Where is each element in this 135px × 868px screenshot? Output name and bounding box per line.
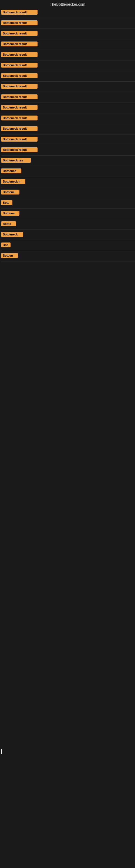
result-row: Bottleneck result [1,61,135,71]
bottleneck-result-badge[interactable]: Bottleneck result [1,73,38,78]
bottleneck-result-badge[interactable]: Bottleneck result [1,63,38,67]
result-row: Bottlene [1,209,135,219]
result-row: Bottleneck result [1,71,135,82]
result-row: Bottleneck result [1,8,135,18]
bottleneck-result-badge[interactable]: Bottlen [1,253,18,258]
site-name: TheBottlenecker.com [50,2,85,6]
result-row: Bottleneck result [1,145,135,156]
bottleneck-result-badge[interactable]: Bottleneck r [1,179,26,184]
bottleneck-result-badge[interactable]: Bottleneck res [1,158,31,163]
result-row: Bottleneck res [1,156,135,166]
result-row: Bottleneck [1,230,135,240]
bottleneck-result-badge[interactable]: Bottlene [1,211,19,216]
site-header: TheBottlenecker.com [0,0,135,8]
result-row: Bottleneck result [1,18,135,29]
results-container: Bottleneck resultBottleneck resultBottle… [0,8,135,261]
bottleneck-result-badge[interactable]: Bottleneck result [1,105,38,110]
result-row: Bottleneck result [1,103,135,113]
bottleneck-result-badge[interactable]: Bot [1,243,10,247]
bottleneck-result-badge[interactable]: Bott [1,200,12,205]
result-row: Bottleneck result [1,39,135,50]
bottleneck-result-badge[interactable]: Bottleneck result [1,52,38,57]
result-row: Bottlen [1,251,135,261]
result-row: Bottleneck result [1,134,135,145]
result-row: Bottleneck result [1,82,135,92]
result-row: Bot [1,240,135,251]
result-row: Bottleneck result [1,29,135,39]
bottleneck-result-badge[interactable]: Bottleneck result [1,84,38,89]
bottleneck-result-badge[interactable]: Bottleneck result [1,41,38,46]
result-row: Bottlenec [1,166,135,177]
bottleneck-result-badge[interactable]: Bottleneck result [1,147,38,152]
result-row: Bottleneck result [1,50,135,61]
result-row: Bottleneck result [1,124,135,134]
result-row: Bottleneck result [1,92,135,103]
bottleneck-result-badge[interactable]: Bottleneck result [1,137,38,142]
result-row: Bottleneck result [1,113,135,124]
bottleneck-result-badge[interactable]: Bottleneck result [1,31,38,36]
bottleneck-result-badge[interactable]: Bottlene [1,190,19,194]
bottleneck-result-badge[interactable]: Bottleneck result [1,116,38,120]
bottleneck-result-badge[interactable]: Bottleneck result [1,126,38,131]
bottleneck-result-badge[interactable]: Bottleneck result [1,20,38,25]
bottleneck-result-badge[interactable]: Bottleneck [1,232,23,237]
result-row: Bottle [1,219,135,230]
bottleneck-result-badge[interactable]: Bottleneck result [1,10,38,14]
result-row: Bottleneck r [1,177,135,187]
result-row: Bott [1,198,135,209]
result-row: Bottlene [1,187,135,198]
bottleneck-result-badge[interactable]: Bottleneck result [1,94,38,99]
bottleneck-result-badge[interactable]: Bottlenec [1,168,21,173]
bottleneck-result-badge[interactable]: Bottle [1,221,16,226]
cursor-indicator [1,749,2,754]
